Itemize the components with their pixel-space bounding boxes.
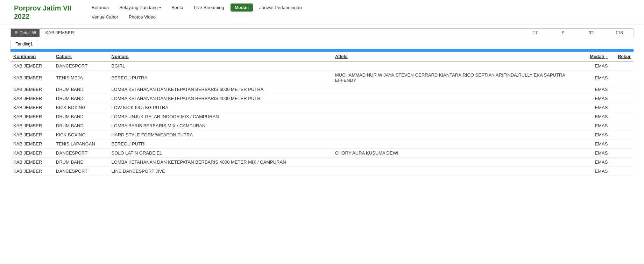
nav-livestreaming[interactable]: Live Streaming [190, 3, 228, 12]
cell-medali: EMAS [581, 158, 610, 167]
nav-berita[interactable]: Berita [167, 3, 187, 12]
cell-kontingen: KAB JEMBER [10, 130, 53, 140]
detail-col4: 118 [605, 29, 633, 37]
cell-nomors: LOW KICK 63,5 KG PUTRA [109, 103, 332, 112]
cell-medali: EMAS [581, 149, 610, 158]
cell-rekor [610, 130, 634, 140]
cell-cabors: DRUM BAND [53, 121, 109, 130]
cell-cabors: DRUM BAND [53, 85, 109, 94]
cell-medali: EMAS [581, 167, 610, 176]
cell-rekor [610, 62, 634, 71]
nav-venue[interactable]: Venue Cabor [87, 13, 122, 21]
cell-atlets [332, 85, 581, 94]
cell-rekor [610, 149, 634, 158]
nav-beranda[interactable]: Beranda [87, 3, 113, 12]
cell-rekor [610, 167, 634, 176]
main-content: ☰ Detail 58 KAB JEMBER 17 9 32 118 Tandi… [0, 25, 644, 186]
nav-medali[interactable]: Medali [231, 3, 253, 12]
cell-kontingen: KAB JEMBER [10, 149, 53, 158]
col-atlets[interactable]: Atlets [332, 52, 581, 62]
cell-kontingen: KAB JEMBER [10, 62, 53, 71]
table-row: KAB JEMBER KICK BOXING HARD STYLE FORM/W… [10, 130, 634, 140]
table-row: KAB JEMBER DRUM BAND LOMBA KETAHANAN DAN… [10, 85, 634, 94]
cell-atlets [332, 94, 581, 103]
cell-nomors: BGIRL [109, 62, 332, 71]
cell-kontingen: KAB JEMBER [10, 103, 53, 112]
table-row: KAB JEMBER KICK BOXING LOW KICK 63,5 KG … [10, 103, 634, 112]
cell-atlets [332, 140, 581, 149]
cell-nomors: SOLO LATIN GRADE E1 [109, 149, 332, 158]
navigation: Beranda Selayang Pandang ▾ Berita Live S… [87, 3, 306, 21]
cell-rekor [610, 94, 634, 103]
table-header-bar [10, 49, 634, 52]
cell-cabors: DANCESPORT [53, 149, 109, 158]
cell-rekor [610, 112, 634, 121]
tab-row: Tanding1 [10, 40, 634, 48]
table-body: KAB JEMBER DANCESPORT BGIRL EMAS KAB JEM… [10, 62, 634, 176]
cell-medali: EMAS [581, 62, 610, 71]
cell-cabors: DRUM BAND [53, 94, 109, 103]
table-row: KAB JEMBER DRUM BAND LOMBA KETAHANAN DAN… [10, 94, 634, 103]
table-row: KAB JEMBER DANCESPORT LINE DANCESPORT JI… [10, 167, 634, 176]
detail-row: ☰ Detail 58 KAB JEMBER 17 9 32 118 [10, 28, 634, 37]
cell-atlets [332, 130, 581, 140]
cell-nomors: LOMBA UNJUK GELAR INDOOR MIX / CAMPURAN [109, 112, 332, 121]
cell-rekor [610, 158, 634, 167]
cell-nomors: LOMBA BARIS BERBARIS MIX / CAMPURAN [109, 121, 332, 130]
logo-title: Porprov Jatim VII 2022 [14, 4, 77, 21]
col-cabors[interactable]: Cabors [53, 52, 109, 62]
col-nomors[interactable]: Nomors [109, 52, 332, 62]
cell-cabors: KICK BOXING [53, 103, 109, 112]
detail-col1: 17 [521, 29, 549, 37]
nav-jadwal[interactable]: Jadwal Pertandingan [255, 3, 306, 12]
nav-row-2: Venue Cabor Photos Video [87, 13, 306, 21]
col-rekor[interactable]: Rekor [610, 52, 634, 62]
cell-medali: EMAS [581, 71, 610, 85]
table-header-row: Kontingen Cabors Nomors Atlets Medali ↑ … [10, 52, 634, 62]
cell-cabors: DRUM BAND [53, 158, 109, 167]
cell-rekor [610, 71, 634, 85]
nav-row-1: Beranda Selayang Pandang ▾ Berita Live S… [87, 3, 306, 12]
detail-col3: 32 [577, 29, 605, 37]
nav-photos[interactable]: Photos Video [125, 13, 160, 21]
cell-atlets [332, 167, 581, 176]
detail-badge[interactable]: ☰ Detail 58 [11, 29, 40, 37]
cell-kontingen: KAB JEMBER [10, 158, 53, 167]
cell-medali: EMAS [581, 103, 610, 112]
table-row: KAB JEMBER DANCESPORT BGIRL EMAS [10, 62, 634, 71]
cell-medali: EMAS [581, 94, 610, 103]
cell-atlets [332, 112, 581, 121]
cell-cabors: TENIS MEJA [53, 71, 109, 85]
data-table: Kontingen Cabors Nomors Atlets Medali ↑ … [10, 52, 634, 176]
cell-medali: EMAS [581, 85, 610, 94]
cell-atlets [332, 158, 581, 167]
detail-badge-label: Detail 58 [20, 30, 36, 35]
cell-medali: EMAS [581, 121, 610, 130]
cell-kontingen: KAB JEMBER [10, 71, 53, 85]
cell-rekor [610, 103, 634, 112]
nav-selayang[interactable]: Selayang Pandang ▾ [115, 3, 165, 12]
table-row: KAB JEMBER DANCESPORT SOLO LATIN GRADE E… [10, 149, 634, 158]
selayang-chevron-icon: ▾ [159, 6, 161, 9]
cell-medali: EMAS [581, 140, 610, 149]
detail-col2: 9 [549, 29, 577, 37]
table-head: Kontingen Cabors Nomors Atlets Medali ↑ … [10, 52, 634, 62]
cell-kontingen: KAB JEMBER [10, 167, 53, 176]
table-row: KAB JEMBER DRUM BAND LOMBA KETAHANAN DAN… [10, 158, 634, 167]
cell-kontingen: KAB JEMBER [10, 112, 53, 121]
cell-cabors: TENIS LAPANGAN [53, 140, 109, 149]
cell-kontingen: KAB JEMBER [10, 85, 53, 94]
cell-atlets: MUCHAMMAD NUR WIJAYA,STEVEN GERRARD KIAN… [332, 71, 581, 85]
col-kontingen[interactable]: Kontingen [10, 52, 53, 62]
cell-kontingen: KAB JEMBER [10, 94, 53, 103]
col-medali[interactable]: Medali ↑ [581, 52, 610, 62]
cell-atlets [332, 62, 581, 71]
table-row: KAB JEMBER TENIS LAPANGAN BEREGU PUTRI E… [10, 140, 634, 149]
cell-nomors: LOMBA KETAHANAN DAN KETEPATAN BERBARIS 4… [109, 158, 332, 167]
header: Porprov Jatim VII 2022 Beranda Selayang … [0, 0, 644, 25]
cell-nomors: LOMBA KETAHANAN DAN KETEPATAN BERBARIS 6… [109, 85, 332, 94]
cell-nomors: LINE DANCESPORT JIVE [109, 167, 332, 176]
cell-nomors: BEREGU PUTRI [109, 140, 332, 149]
cell-medali: EMAS [581, 112, 610, 121]
tab-tanding1[interactable]: Tanding1 [10, 40, 38, 48]
